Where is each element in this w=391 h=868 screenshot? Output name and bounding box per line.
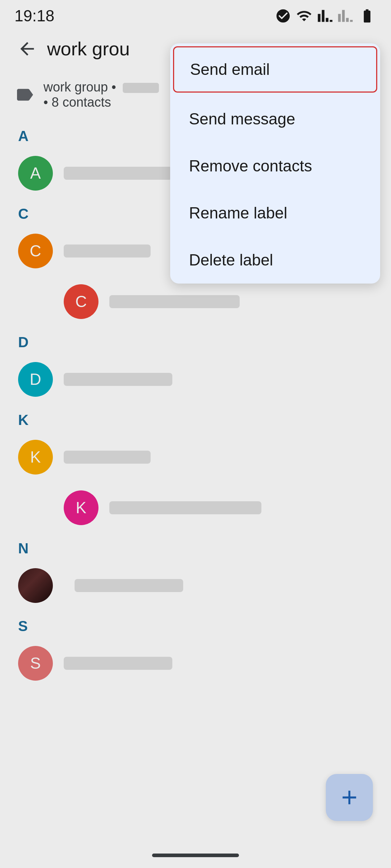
menu-item-rename-label[interactable]: Rename label [170, 190, 380, 237]
menu-item-send-message[interactable]: Send message [170, 95, 380, 142]
menu-item-send-email[interactable]: Send email [173, 46, 377, 93]
dropdown-menu: Send email Send message Remove contacts … [170, 43, 380, 284]
menu-item-delete-label[interactable]: Delete label [170, 237, 380, 284]
menu-item-remove-contacts[interactable]: Remove contacts [170, 142, 380, 190]
